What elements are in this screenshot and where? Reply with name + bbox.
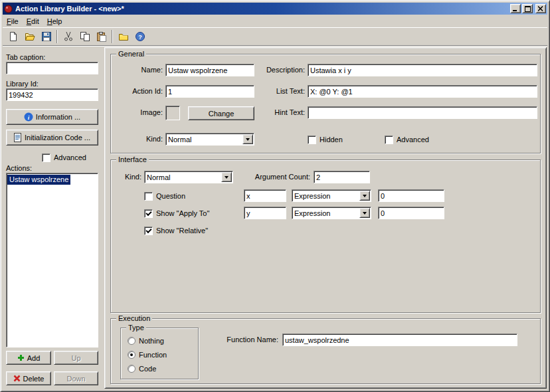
initialization-code-button-label: Initialization Code ... — [25, 134, 90, 142]
open-button[interactable] — [21, 29, 38, 45]
help-button[interactable]: ? — [132, 29, 148, 45]
menu-file[interactable]: File — [3, 16, 23, 27]
action-id-input[interactable] — [165, 85, 254, 98]
argument-0-name-input[interactable] — [244, 189, 286, 202]
execution-type-group: Type Nothing Function Code — [120, 328, 199, 379]
checkbox-label: Hidden — [320, 136, 343, 144]
general-kind-value: Normal — [166, 136, 242, 144]
menu-bar: File Edit Help — [3, 15, 547, 27]
open-folder-icon — [25, 31, 35, 42]
argument-1-name-input[interactable] — [244, 207, 286, 219]
delete-button-label: Delete — [23, 375, 45, 383]
name-label: Name: — [114, 64, 163, 76]
execution-legend: Execution — [116, 314, 152, 323]
up-button[interactable]: Up — [54, 351, 98, 365]
library-folder-icon — [118, 31, 129, 42]
maximize-icon — [525, 6, 531, 12]
hint-text-input[interactable] — [308, 106, 537, 119]
paste-icon — [96, 31, 107, 42]
argument-1-type-select[interactable]: Expression — [292, 207, 371, 219]
chevron-down-icon — [363, 195, 367, 199]
actions-label: Actions: — [6, 164, 32, 173]
type-nothing-radio[interactable]: Nothing — [128, 336, 164, 345]
description-input[interactable] — [308, 64, 537, 76]
menu-help[interactable]: Help — [43, 16, 66, 27]
information-button[interactable]: i Information ... — [6, 109, 98, 125]
chevron-down-icon — [246, 138, 250, 143]
delete-button[interactable]: Delete — [6, 371, 51, 385]
general-advanced-checkbox[interactable]: Advanced — [385, 135, 429, 144]
checkbox-box — [144, 209, 153, 218]
hint-text-label: Hint Text: — [254, 106, 305, 119]
description-label: Description: — [254, 64, 305, 76]
app-icon — [4, 5, 13, 13]
action-image-box[interactable] — [165, 106, 180, 120]
change-image-button[interactable]: Change — [188, 106, 254, 120]
left-advanced-checkbox[interactable]: Advanced — [42, 153, 86, 162]
library-id-input[interactable] — [6, 88, 98, 101]
paste-button[interactable] — [93, 29, 110, 45]
initialization-code-button[interactable]: Initialization Code ... — [6, 130, 98, 146]
hidden-checkbox[interactable]: Hidden — [308, 135, 343, 144]
window-title: Action Library Builder - <new>* — [15, 5, 509, 13]
checkbox-label: Question — [156, 192, 185, 200]
radio-circle — [128, 365, 136, 373]
checkbox-box — [144, 227, 153, 235]
code-document-icon — [14, 133, 22, 142]
show-relative-checkbox[interactable]: Show "Relative" — [144, 226, 208, 235]
argument-0-default-input[interactable] — [378, 189, 444, 202]
tab-caption-input[interactable] — [6, 62, 98, 74]
minimize-button[interactable] — [510, 4, 521, 13]
copy-button[interactable] — [76, 29, 93, 45]
dropdown-arrow-button[interactable] — [359, 191, 370, 201]
save-button[interactable] — [38, 29, 54, 45]
checkbox-box — [42, 153, 50, 162]
interface-kind-select[interactable]: Normal — [144, 171, 233, 183]
interface-kind-label: Kind: — [114, 171, 141, 183]
interface-kind-value: Normal — [145, 173, 221, 181]
close-button[interactable] — [535, 4, 546, 13]
title-bar[interactable]: Action Library Builder - <new>* — [3, 3, 547, 15]
general-legend: General — [116, 50, 146, 58]
new-document-button[interactable] — [5, 29, 21, 45]
cut-button[interactable] — [60, 29, 76, 45]
menu-edit[interactable]: Edit — [23, 16, 43, 27]
radio-circle — [128, 337, 136, 345]
dropdown-arrow-button[interactable] — [359, 208, 370, 218]
question-checkbox[interactable]: Question — [144, 191, 185, 201]
information-icon: i — [24, 112, 33, 122]
show-apply-to-checkbox[interactable]: Show "Apply To" — [144, 209, 209, 218]
dropdown-arrow-button[interactable] — [221, 172, 232, 182]
type-code-radio[interactable]: Code — [128, 364, 156, 373]
type-legend: Type — [126, 324, 146, 332]
save-icon — [41, 31, 52, 42]
up-button-label: Up — [71, 354, 80, 362]
down-button[interactable]: Down — [54, 371, 98, 385]
add-button[interactable]: Add — [6, 351, 51, 365]
checkbox-label: Advanced — [397, 136, 429, 144]
list-text-input[interactable] — [308, 85, 537, 98]
checkbox-box — [385, 136, 393, 144]
help-icon: ? — [135, 31, 145, 42]
function-name-input[interactable] — [282, 334, 517, 346]
checkbox-label: Show "Relative" — [156, 227, 208, 235]
type-function-radio[interactable]: Function — [128, 350, 167, 359]
radio-circle — [128, 351, 136, 359]
general-kind-select[interactable]: Normal — [165, 133, 254, 146]
argument-count-input[interactable] — [314, 171, 370, 183]
dropdown-arrow-button[interactable] — [242, 134, 253, 144]
toolbar: ? — [3, 27, 547, 46]
actions-listbox[interactable]: Ustaw wspolrzene — [6, 173, 98, 347]
argument-count-label: Argument Count: — [241, 171, 310, 183]
radio-label: Nothing — [139, 337, 164, 345]
argument-1-default-input[interactable] — [378, 207, 444, 219]
detail-panel: General Name: Description: Action Id: Li… — [104, 47, 547, 389]
checkbox-label: Show "Apply To" — [156, 209, 209, 217]
name-input[interactable] — [165, 64, 254, 76]
plus-icon — [17, 354, 25, 361]
open-library-button[interactable] — [115, 29, 132, 45]
list-item[interactable]: Ustaw wspolrzene — [7, 175, 70, 185]
general-kind-label: Kind: — [114, 133, 163, 146]
argument-0-type-select[interactable]: Expression — [292, 189, 371, 202]
maximize-button[interactable] — [522, 4, 533, 13]
